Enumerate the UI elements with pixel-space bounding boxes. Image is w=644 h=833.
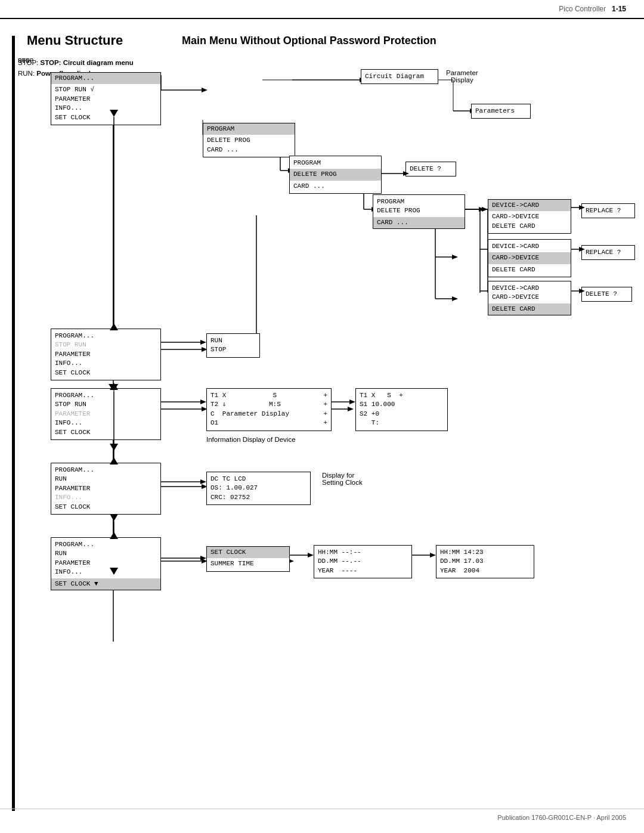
svg-marker-102 (308, 553, 314, 558)
mm5-run: RUN (55, 549, 157, 558)
mm5-set-clock-highlight: SET CLOCK ▼ (51, 578, 160, 590)
cs1-card-device: CARD->DEVICE (492, 212, 567, 221)
header: Pico Controller 1-15 (0, 0, 644, 19)
cm-program: PROGRAM (377, 197, 461, 206)
svg-marker-104 (430, 553, 436, 558)
cs3-card-device: CARD->DEVICE (492, 293, 567, 302)
card-menu-box: PROGRAM DELETE PROG CARD ... (373, 194, 465, 229)
mm4-program: PROGRAM... (55, 466, 157, 475)
page-subtitle: Main Menu Without Optional Password Prot… (182, 35, 436, 47)
clock-set-box: HH:MM 14:23 DD.MM 17.03 YEAR 2004 (436, 545, 534, 578)
mm1-info: INFO... (55, 104, 157, 113)
mm1-program: PROGRAM... (51, 73, 160, 84)
set-clock-box: SET CLOCK SUMMER TIME (206, 546, 290, 572)
footer: Publication 1760-GR001C-EN-P · April 200… (0, 809, 644, 821)
pdet-row3: S2 +0 (360, 410, 444, 419)
card-sub1-box: DEVICE->CARD CARD->DEVICE DELETE CARD (488, 199, 571, 234)
ce-ddmm: DD.MM --.-- (318, 557, 408, 566)
cs2-card-device-highlight: CARD->DEVICE (488, 252, 571, 264)
run-stop-box: RUN STOP (206, 333, 260, 358)
mm1-parameter: PARAMETER (55, 95, 157, 104)
main-menu-box-1: PROGRAM... STOP RUN √ PARAMETER INFO... … (51, 72, 161, 125)
mm5-info: INFO... (55, 568, 157, 577)
mm4-set-clock: SET CLOCK (55, 503, 157, 512)
cm-card-highlight: CARD ... (373, 217, 465, 228)
mm3-parameter-gray: PARAMETER (55, 410, 157, 419)
svg-marker-47 (348, 407, 354, 411)
svg-marker-94 (200, 400, 206, 404)
mm3-stop-run: STOP RUN (55, 400, 157, 409)
cs-hhmm: HH:MM 14:23 (440, 548, 530, 557)
info-row3: CRC: 02752 (210, 493, 306, 502)
circuit-diagram-box: Circuit Diagram (361, 69, 438, 84)
cs1-device-card-highlight: DEVICE->CARD (488, 200, 571, 211)
main-menu-box-2: PROGRAM... STOP RUN PARAMETER INFO... SE… (51, 329, 161, 380)
parameter-display-label: Parameter Display (446, 69, 478, 83)
mm2-stop-run-gray: STOP RUN (55, 340, 157, 349)
delete-question-1: DELETE ? (405, 162, 456, 176)
svg-marker-111 (110, 514, 118, 521)
cs3-delete-card-highlight: DELETE CARD (488, 304, 571, 315)
diagram-container: STOP: STOP: Circuit diagram menu RUN: Po… (18, 57, 626, 743)
rs-stop: STOP (210, 345, 256, 354)
mm2-info: INFO... (55, 359, 157, 368)
left-accent-bar (12, 36, 15, 811)
circuit-diagram-text: Circuit Diagram (365, 72, 434, 81)
svg-marker-90 (479, 207, 485, 212)
replace-question-2: REPLACE ? (581, 245, 635, 260)
ce-hhmm: HH:MM --:-- (318, 548, 408, 557)
dp-delete-prog-highlight: DELETE PROG (290, 169, 381, 180)
dp-program: PROGRAM (293, 159, 377, 168)
info-row2: OS: 1.00.027 (210, 484, 306, 493)
delete-q2-text: DELETE ? (586, 290, 628, 299)
delete-prog-menu-box: PROGRAM DELETE PROG CARD ... (289, 156, 382, 194)
svg-line-12 (161, 90, 203, 135)
header-product: Pico Controller (559, 5, 606, 13)
parameter-display-box: T1 XS+ T2 ⇓M:S+ C Parameter Display+ O1+ (206, 388, 332, 431)
stop-delete-prog: DELETE PROG (207, 136, 291, 145)
mm4-run: RUN (55, 475, 157, 484)
pd-row1: T1 XS+ (210, 391, 327, 400)
mm2-set-clock: SET CLOCK (55, 368, 157, 377)
pdet-row4: T: (360, 419, 444, 428)
cs3-device-card: DEVICE->CARD (492, 284, 567, 293)
card-sub2-box: DEVICE->CARD CARD->DEVICE DELETE CARD (488, 239, 571, 277)
mm3-info: INFO... (55, 419, 157, 428)
main-menu-box-5: PROGRAM... RUN PARAMETER INFO... SET CLO… (51, 537, 161, 590)
ce-year: YEAR ---- (318, 566, 408, 575)
cs2-device-card: DEVICE->CARD (492, 242, 567, 251)
svg-marker-34 (452, 255, 458, 259)
svg-marker-98 (200, 479, 206, 484)
delete-question-2: DELETE ? (581, 287, 632, 302)
stop-note-circuit: STOP: Circuit diagram menu (41, 59, 134, 66)
replace-q1-text: REPLACE ? (586, 206, 631, 215)
pd-row3: C Parameter Display+ (210, 410, 327, 419)
stop-card: CARD ... (207, 145, 291, 154)
clock-entry-box: HH:MM --:-- DD.MM --.-- YEAR ---- (314, 545, 412, 578)
info-display-label: Information Display of Device (206, 436, 296, 443)
cs2-delete-card: DELETE CARD (492, 265, 567, 274)
page-title: Menu Structure (27, 33, 146, 48)
stop-label: STOP (18, 57, 33, 64)
card-sub3-box: DEVICE->CARD CARD->DEVICE DELETE CARD (488, 281, 571, 315)
cs1-delete-card: DELETE CARD (492, 222, 567, 231)
svg-marker-2 (202, 88, 208, 92)
info-box: DC TC LCD OS: 1.00.027 CRC: 02752 (206, 472, 311, 505)
mm2-program: PROGRAM... (55, 332, 157, 340)
svg-marker-75 (482, 207, 488, 212)
mm1-set-clock: SET CLOCK (55, 113, 157, 122)
mm3-program: PROGRAM... (55, 391, 157, 400)
cs-year: YEAR 2004 (440, 566, 530, 575)
mm1-stop-run: STOP RUN √ (55, 85, 157, 94)
replace-question-1: REPLACE ? (581, 203, 635, 218)
parameters-text: Parameters (475, 107, 527, 116)
footer-publication: Publication 1760-GR001C-EN-P · April 200… (497, 814, 626, 821)
info-row1: DC TC LCD (210, 475, 306, 484)
stop-menu-box: PROGRAM DELETE PROG CARD ... (203, 123, 295, 157)
header-page: 1-15 (612, 5, 626, 13)
pd-row2: T2 ⇓M:S+ (210, 400, 327, 409)
parameter-detail-box: T1 X S + S1 10.000 S2 +0 T: (355, 388, 448, 431)
mm4-parameter: PARAMETER (55, 484, 157, 493)
svg-marker-100 (200, 556, 206, 561)
sc-set-clock-highlight: SET CLOCK (207, 547, 289, 558)
